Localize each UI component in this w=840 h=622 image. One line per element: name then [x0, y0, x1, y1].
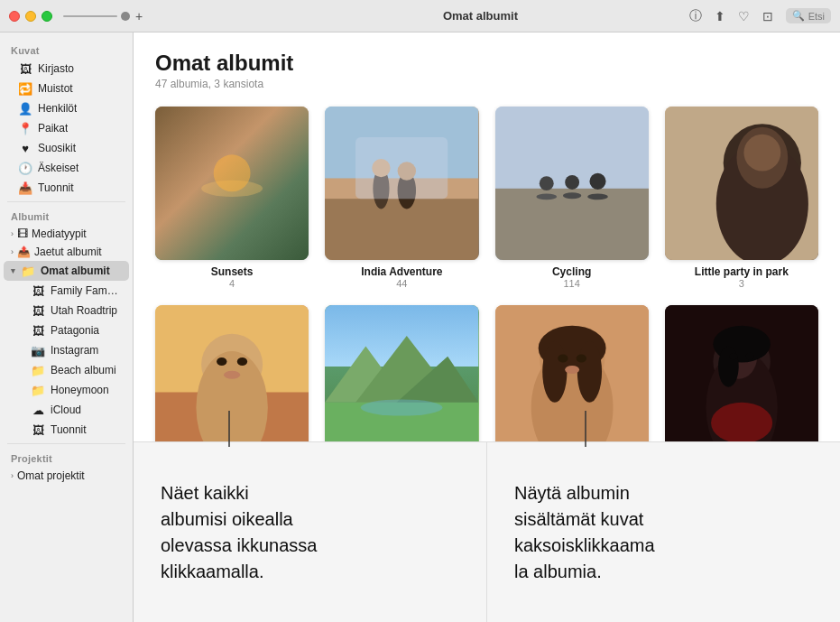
- album-card-flower[interactable]: Flower Garden 8: [495, 305, 649, 441]
- sidebar-item-icloud[interactable]: ☁ iCloud: [4, 400, 129, 420]
- album-card-hawaii[interactable]: Hawaii visit 2: [155, 305, 309, 441]
- album-count-india: 44: [396, 278, 407, 289]
- sidebar-item-utah[interactable]: 🖼 Utah Roadtrip: [4, 301, 129, 320]
- album-card-party[interactable]: Little party in park 3: [665, 107, 818, 289]
- album-thumb-gardens: [325, 305, 478, 441]
- sidebar-item-tuonnit2[interactable]: 🖼 Tuonnit: [4, 420, 129, 440]
- kirjasto-icon: 🖼: [18, 61, 32, 76]
- album-thumb-goal: [665, 305, 818, 441]
- svg-point-16: [589, 173, 605, 190]
- album-card-gardens[interactable]: Gardens 24: [325, 305, 478, 441]
- instagram-label: Instagram: [51, 344, 98, 357]
- askeiset-icon: 🕐: [18, 161, 32, 175]
- sidebar: Kuvat 🖼 Kirjasto 🔁 Muistot 👤 Henkilöt 📍 …: [0, 32, 134, 622]
- sidebar-item-honeymoon[interactable]: 📁 Honeymoon: [4, 380, 129, 400]
- share-icon[interactable]: ⬆: [715, 9, 725, 23]
- sidebar-item-patagonia[interactable]: 🖼 Patagonia: [4, 320, 129, 340]
- add-album-icon[interactable]: ⊡: [762, 9, 773, 23]
- muistot-icon: 🔁: [18, 81, 32, 96]
- divider-2: [7, 443, 125, 444]
- album-thumb-india: [325, 107, 478, 260]
- sidebar-item-kirjasto[interactable]: 🖼 Kirjasto: [4, 59, 129, 79]
- search-icon: 🔍: [792, 10, 805, 22]
- sidebar-item-jaetut[interactable]: › 📤 Jaetut albumit: [4, 243, 129, 261]
- zoom-slider[interactable]: +: [63, 9, 272, 23]
- svg-point-14: [539, 176, 553, 190]
- sidebar-item-tuonnit[interactable]: 📥 Tuonnit: [4, 178, 129, 198]
- muistot-label: Muistot: [38, 82, 73, 95]
- suosikit-icon: ♥: [18, 141, 32, 155]
- mediatyypit-arrow: ›: [11, 229, 14, 238]
- family-label: Family Family...: [51, 284, 120, 297]
- sidebar-item-muistot[interactable]: 🔁 Muistot: [4, 79, 129, 98]
- albums-grid: Sunsets 4: [155, 107, 818, 441]
- annotation-right: Näytä albuminsisältämät kuvatkaksoisklik…: [487, 442, 840, 622]
- page-subtitle: 47 albumia, 3 kansiota: [155, 78, 818, 90]
- sidebar-item-suosikit[interactable]: ♥ Suosikit: [4, 138, 129, 158]
- svg-point-36: [361, 400, 443, 416]
- paikat-icon: 📍: [18, 121, 32, 135]
- album-card-india[interactable]: India Adventure 44: [325, 107, 478, 289]
- annotation-left: Näet kaikkialbumisi oikeallaolevassa ikk…: [134, 442, 487, 622]
- utah-label: Utah Roadtrip: [51, 304, 117, 317]
- sidebar-item-omat-albumit[interactable]: ▾ 📁 Omat albumit: [4, 261, 129, 281]
- mediatyypit-label: Mediatyypit: [32, 227, 87, 240]
- sidebar-item-henkilot[interactable]: 👤 Henkilöt: [4, 98, 129, 118]
- maximize-button[interactable]: [42, 11, 52, 22]
- sidebar-item-mediatyypit[interactable]: › 🎞 Mediatyypit: [4, 225, 129, 243]
- patagonia-label: Patagonia: [51, 324, 99, 337]
- heart-icon[interactable]: ♡: [738, 9, 750, 23]
- beach-label: Beach albumi: [51, 364, 116, 376]
- svg-point-45: [565, 366, 579, 374]
- annotation-left-text: Näet kaikkialbumisi oikeallaolevassa ikk…: [161, 480, 317, 585]
- sidebar-item-projektit[interactable]: › Omat projektit: [4, 467, 129, 485]
- sidebar-item-paikat[interactable]: 📍 Paikat: [4, 118, 129, 138]
- album-count-cycling: 114: [563, 278, 579, 289]
- svg-rect-5: [325, 199, 478, 260]
- window-title: Omat albumit: [272, 9, 688, 23]
- info-icon[interactable]: ⓘ: [689, 8, 702, 24]
- svg-point-23: [743, 135, 780, 172]
- minimize-button[interactable]: [25, 11, 36, 22]
- close-button[interactable]: [9, 11, 20, 22]
- patagonia-icon: 🖼: [31, 323, 45, 338]
- sidebar-item-family[interactable]: 🖼 Family Family...: [4, 281, 129, 301]
- sidebar-item-beach[interactable]: 📁 Beach albumi: [4, 360, 129, 380]
- svg-point-41: [542, 341, 567, 403]
- sidebar-item-instagram[interactable]: 📷 Instagram: [4, 340, 129, 360]
- album-thumb-party: [665, 107, 818, 260]
- traffic-lights: [9, 11, 52, 22]
- kirjasto-label: Kirjasto: [38, 62, 74, 75]
- album-thumb-flower: [495, 305, 649, 441]
- projektit-label: Omat projektit: [17, 469, 85, 482]
- album-card-cycling[interactable]: Cycling 114: [495, 107, 649, 289]
- askeiset-label: Äskeiset: [38, 162, 78, 174]
- album-thumb-cycling: [495, 107, 649, 260]
- album-thumb-hawaii: [155, 305, 309, 441]
- search-box[interactable]: 🔍 Etsi: [786, 8, 831, 23]
- annotation-right-text: Näytä albuminsisältämät kuvatkaksoisklik…: [514, 480, 655, 585]
- annotation-area: Näet kaikkialbumisi oikeallaolevassa ikk…: [134, 441, 840, 622]
- family-icon: 🖼: [31, 283, 45, 298]
- tuonnit2-icon: 🖼: [31, 422, 45, 437]
- titlebar: + Omat albumit ⓘ ⬆ ♡ ⊡ 🔍 Etsi: [0, 0, 840, 32]
- tuonnit-icon: 📥: [18, 181, 32, 195]
- album-card-sunsets[interactable]: Sunsets 4: [155, 107, 309, 289]
- zoom-plus-icon[interactable]: +: [135, 9, 143, 23]
- mediatyypit-icon: 🎞: [17, 227, 28, 240]
- album-name-cycling: Cycling: [552, 265, 591, 278]
- album-card-goal[interactable]: Goal! 12: [665, 305, 818, 441]
- divider-1: [7, 201, 125, 202]
- search-label: Etsi: [808, 11, 825, 22]
- utah-icon: 🖼: [31, 303, 45, 318]
- album-name-sunsets: Sunsets: [211, 265, 254, 278]
- svg-point-28: [217, 357, 226, 366]
- jaetut-label: Jaetut albumit: [34, 246, 102, 258]
- slider-thumb[interactable]: [121, 12, 130, 21]
- album-count-sunsets: 4: [229, 278, 235, 289]
- projektit-arrow: ›: [11, 471, 14, 480]
- sidebar-item-askeiset[interactable]: 🕐 Äskeiset: [4, 158, 129, 178]
- paikat-label: Paikat: [38, 122, 68, 135]
- omat-arrow: ▾: [11, 266, 15, 275]
- honeymoon-label: Honeymoon: [51, 384, 109, 396]
